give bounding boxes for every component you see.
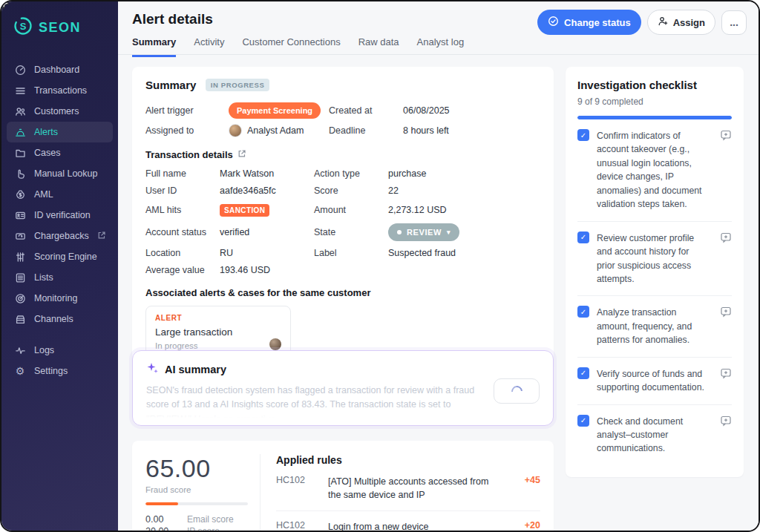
investigation-checklist-card: Investigation checklist 9 of 9 completed… bbox=[566, 67, 744, 477]
chargebacks-icon bbox=[14, 230, 26, 242]
status-dot-icon bbox=[397, 230, 402, 234]
checklist-title: Investigation checklist bbox=[577, 79, 732, 91]
checkbox-checked[interactable]: ✓ bbox=[577, 367, 589, 379]
checkbox-checked[interactable]: ✓ bbox=[577, 129, 589, 141]
checkbox-checked[interactable]: ✓ bbox=[577, 306, 589, 318]
header-divider bbox=[118, 54, 759, 55]
rule-row: HC102 [ATO] Multiple accounts accessed f… bbox=[276, 466, 540, 511]
text-fade-overlay bbox=[146, 406, 489, 418]
transaction-details-heading: Transaction details bbox=[145, 149, 540, 160]
id-verification-icon bbox=[14, 209, 26, 221]
avatar bbox=[229, 124, 242, 137]
person-plus-icon bbox=[658, 16, 669, 29]
dashboard-icon bbox=[14, 64, 26, 76]
sidebar-item-monitoring[interactable]: Monitoring bbox=[7, 288, 113, 309]
state-dropdown[interactable]: REVIEW▾ bbox=[388, 223, 459, 241]
amount-value: 2,273.12 USD bbox=[388, 205, 540, 215]
sidebar-item-id-verification[interactable]: ID verification bbox=[7, 205, 113, 226]
label-value: Suspected fraud bbox=[388, 248, 540, 258]
brand[interactable]: S SEON bbox=[1, 1, 118, 43]
applied-rules: Applied rules HC102 [ATO] Multiple accou… bbox=[276, 454, 540, 532]
checklist-item: ✓ Analyze transaction amount, frequency,… bbox=[577, 296, 732, 357]
checkbox-checked[interactable]: ✓ bbox=[577, 231, 589, 243]
score-value: 22 bbox=[388, 185, 540, 196]
cases-icon bbox=[14, 147, 26, 159]
sidebar-item-settings[interactable]: ⚙ Settings bbox=[7, 361, 113, 381]
manual-lookup-icon bbox=[14, 168, 26, 180]
customers-icon bbox=[14, 105, 26, 117]
avatar bbox=[269, 338, 281, 350]
rule-row: HC102 Login from a new device +20 bbox=[276, 511, 540, 532]
external-link-icon[interactable] bbox=[238, 149, 246, 160]
main-content: Alert details Change status Assign ... S… bbox=[118, 1, 759, 531]
summary-title: Summary bbox=[145, 79, 196, 91]
divider bbox=[260, 454, 261, 532]
change-status-button[interactable]: Change status bbox=[537, 10, 641, 35]
fraud-score-bar-fill bbox=[145, 502, 178, 505]
associated-heading: Associated alerts & cases for the same c… bbox=[145, 287, 540, 298]
fraud-score-card: 65.00 Fraud score 0.00Email score 20.00I… bbox=[132, 441, 554, 532]
scoring-engine-icon bbox=[14, 251, 26, 263]
sparkles-icon bbox=[146, 361, 159, 377]
full-name-value: Mark Watson bbox=[220, 168, 314, 179]
sidebar-item-channels[interactable]: Channels bbox=[7, 309, 113, 329]
aml-icon bbox=[14, 188, 26, 200]
add-comment-icon[interactable] bbox=[720, 306, 732, 347]
sidebar-item-cases[interactable]: Cases bbox=[7, 142, 113, 163]
associated-alert-title: Large transaction bbox=[155, 326, 281, 338]
checkbox-checked[interactable]: ✓ bbox=[577, 415, 589, 427]
sidebar-item-dashboard[interactable]: Dashboard bbox=[7, 59, 113, 80]
sidebar: S SEON Dashboard Transactions Customers … bbox=[1, 1, 118, 531]
sidebar-item-scoring-engine[interactable]: Scoring Engine bbox=[7, 246, 113, 267]
user-id-value: aafde346a5fc bbox=[220, 185, 314, 196]
alert-tag: ALERT bbox=[155, 314, 281, 322]
average-value: 193.46 USD bbox=[220, 265, 314, 275]
fraud-score-bar bbox=[145, 502, 248, 505]
transactions-icon bbox=[14, 85, 26, 96]
sanction-badge: SANCTION bbox=[220, 204, 269, 217]
sidebar-item-transactions[interactable]: Transactions bbox=[7, 80, 113, 101]
channels-icon bbox=[14, 313, 26, 325]
sidebar-item-aml[interactable]: AML bbox=[7, 184, 113, 205]
sidebar-item-chargebacks[interactable]: Chargebacks bbox=[7, 226, 113, 246]
check-circle-icon bbox=[548, 16, 559, 29]
assigned-to: Analyst Adam bbox=[229, 124, 329, 137]
summary-card: Summary IN PROGRESS Alert trigger Paymen… bbox=[132, 67, 554, 370]
alerts-icon bbox=[14, 126, 26, 138]
settings-icon: ⚙ bbox=[14, 365, 26, 377]
checklist-item: ✓ Verify source of funds and supporting … bbox=[577, 358, 732, 405]
app-window: S SEON Dashboard Transactions Customers … bbox=[0, 0, 760, 532]
checklist-item: ✓ Review customer profile and account hi… bbox=[577, 222, 732, 297]
sidebar-item-manual-lookup[interactable]: Manual Lookup bbox=[7, 163, 113, 184]
sidebar-item-lists[interactable]: Lists bbox=[7, 267, 113, 288]
chevron-down-icon: ▾ bbox=[447, 229, 451, 236]
location-value: RU bbox=[220, 248, 314, 258]
account-status-value: verified bbox=[220, 227, 314, 237]
add-comment-icon[interactable] bbox=[720, 129, 732, 211]
add-comment-icon[interactable] bbox=[720, 415, 732, 456]
action-type-value: purchase bbox=[388, 168, 540, 179]
page-title: Alert details bbox=[132, 11, 213, 27]
sidebar-nav: Dashboard Transactions Customers Alerts … bbox=[1, 59, 118, 381]
add-comment-icon[interactable] bbox=[720, 231, 732, 286]
ai-summary-card: AI summary SEON's fraud detection system… bbox=[132, 350, 554, 426]
applied-rules-title: Applied rules bbox=[276, 454, 540, 466]
sidebar-item-customers[interactable]: Customers bbox=[7, 101, 113, 122]
transaction-details-grid: Full name Mark Watson Action type purcha… bbox=[145, 168, 540, 275]
ai-summary-text: SEON's fraud detection system has flagge… bbox=[146, 384, 489, 418]
ellipsis-icon: ... bbox=[730, 16, 738, 28]
assign-button[interactable]: Assign bbox=[647, 10, 715, 35]
alert-trigger-pill: Payment Screening bbox=[229, 102, 321, 119]
sidebar-item-alerts[interactable]: Alerts bbox=[7, 122, 113, 142]
spinner-icon bbox=[508, 383, 524, 398]
add-comment-icon[interactable] bbox=[720, 367, 732, 395]
checklist-progress-text: 9 of 9 completed bbox=[577, 96, 732, 107]
more-button[interactable]: ... bbox=[721, 10, 747, 35]
brand-name: SEON bbox=[39, 20, 81, 36]
ai-loading-button[interactable] bbox=[494, 378, 540, 404]
sidebar-item-logs[interactable]: Logs bbox=[7, 340, 113, 361]
mouse-cursor-icon bbox=[0, 0, 11, 13]
deadline-value: 8 hours left bbox=[403, 125, 540, 136]
summary-fields: Alert trigger Payment Screening Created … bbox=[145, 102, 540, 137]
ai-summary-title: AI summary bbox=[165, 364, 226, 375]
